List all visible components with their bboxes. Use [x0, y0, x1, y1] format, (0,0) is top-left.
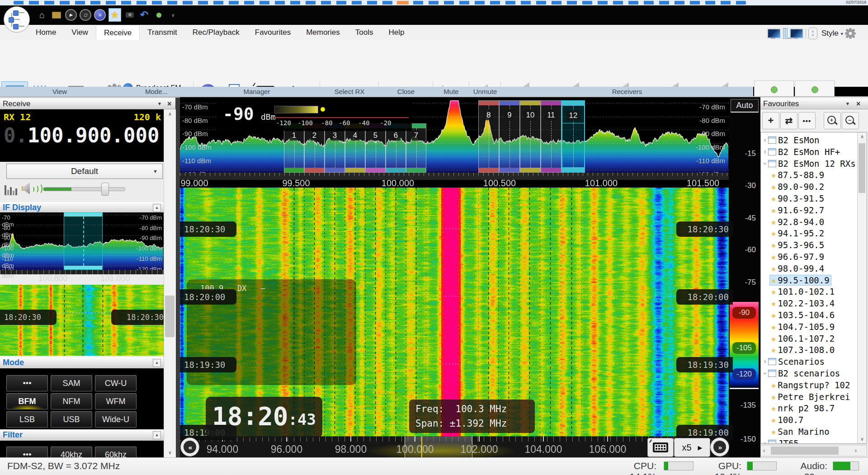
band-keyboard-button[interactable] [647, 438, 674, 457]
open-folder-icon[interactable] [51, 9, 62, 21]
layout-dual-selected[interactable] [783, 28, 788, 39]
favourite-star-icon[interactable]: ★ [108, 8, 121, 22]
filter-collapse-button[interactable]: ▲ [153, 431, 161, 439]
favourite-item-96-6-97-9[interactable]: ★96.6-97.9 [762, 251, 859, 263]
fav-scroll-left-icon[interactable]: ‹ [763, 447, 765, 454]
mode-button-bfm[interactable]: BFM [6, 393, 48, 409]
favourite-item-san-marino[interactable]: ★San Marino [762, 426, 859, 437]
favourites-zoom-in-button[interactable]: + [824, 112, 841, 129]
layout-triple-icon[interactable] [790, 28, 803, 38]
mode-header[interactable]: Mode ▲ [0, 357, 164, 368]
rx-marker-12[interactable]: 12 [561, 100, 585, 173]
favourite-item-91-6-92-7[interactable]: ★91.6-92.7 [762, 204, 859, 216]
receive-panel-scrollbar[interactable]: ∧ ∨ [164, 109, 176, 457]
rx-marker-8[interactable]: 8 [478, 100, 499, 173]
panel-splitter[interactable] [175, 98, 180, 457]
layout-single-icon[interactable] [767, 28, 781, 38]
favourite-group-b2-esmon[interactable]: ›B2 EsMon [762, 134, 859, 146]
speaker-icon[interactable] [22, 183, 37, 194]
filter-header[interactable]: Filter ▲ [0, 429, 164, 441]
favourite-item-104-7-105-9[interactable]: ★104.7-105.9 [762, 321, 859, 333]
mode-button-cw-u[interactable]: CW-U [95, 375, 137, 391]
tree-expander-icon[interactable]: › [762, 357, 768, 366]
favourites-zoom-out-button[interactable]: − [842, 112, 859, 129]
scroll-up-icon[interactable]: ∧ [164, 111, 176, 117]
mode-button-wide-u[interactable]: Wide-U [95, 411, 137, 428]
mode-button-usb[interactable]: USB [51, 411, 92, 428]
fav-vscroll-thumb[interactable] [859, 143, 865, 193]
fav-scroll-down-icon[interactable]: ∨ [858, 436, 867, 442]
signal-meter-icon[interactable] [5, 183, 18, 195]
tree-expander-icon[interactable]: › [762, 136, 768, 144]
scroll-band-right-button[interactable]: » [710, 437, 729, 456]
favourite-item-103-5-104-6[interactable]: ★103.5-104.6 [762, 309, 859, 321]
tab-rec-playback[interactable]: Rec/Playback [185, 25, 247, 40]
zoom-step-icon[interactable]: ▶ [698, 444, 703, 451]
customize-icon[interactable]: ∨ [167, 9, 179, 21]
style-dropdown-icon[interactable]: ▾ [841, 31, 843, 36]
settings-gear-icon[interactable] [845, 28, 855, 38]
tab-receive[interactable]: Receive [96, 25, 140, 41]
scroll-thumb[interactable] [165, 296, 175, 337]
add-icon[interactable]: + [94, 9, 106, 21]
favourite-item-102-2-103-4[interactable]: ★102.2-103.4 [762, 297, 859, 309]
style-label[interactable]: Style [821, 29, 839, 38]
fav-scroll-up-icon[interactable]: ∧ [858, 134, 867, 140]
favourite-item-107-3-108-0[interactable]: ★107.3-108.0 [762, 344, 859, 356]
favourite-group-scenarios[interactable]: ›Scenarios [762, 356, 859, 367]
home-icon[interactable]: ⌂ [36, 9, 48, 21]
if-display-header[interactable]: IF Display ▲ [0, 202, 164, 213]
tab-help[interactable]: Help [381, 25, 412, 40]
mode-button-wfm[interactable]: WFM [95, 393, 137, 409]
favourite-group-jt65[interactable]: ›JT65 [762, 437, 859, 444]
favourite-item-rangstrup-102[interactable]: ★Rangstrup? 102 [762, 379, 859, 391]
fav-scroll-right-icon[interactable]: › [855, 447, 857, 454]
status-dot-icon[interactable] [153, 9, 165, 21]
favourites-close-icon[interactable]: × [856, 99, 860, 109]
frequency-display[interactable]: RX 12 120 k 0.100.900.000 [0, 109, 164, 162]
favourite-item-87-5-88-9[interactable]: ★87.5-88.9 [762, 169, 859, 181]
app-logo[interactable] [4, 6, 30, 33]
tab-view[interactable]: View [64, 25, 96, 40]
mode-collapse-button[interactable]: ▲ [153, 359, 161, 367]
favourite-group-b2-esmon-12-rxs[interactable]: ›B2 EsMon 12 RXs [762, 158, 859, 169]
receive-panel-header[interactable]: Receive ▼ × [0, 99, 175, 109]
favourites-add-button[interactable]: + [762, 112, 779, 129]
zoom-factor-button[interactable]: x5 ▶ [674, 438, 710, 457]
play-icon[interactable]: ▶ [65, 9, 77, 21]
favourite-item-101-0-102-1[interactable]: ★101.0-102.1 [762, 286, 859, 297]
favourite-item-94-1-95-2[interactable]: ★94.1-95.2 [762, 227, 859, 239]
tree-expander-icon[interactable]: › [762, 148, 768, 156]
taskbar-buttons[interactable] [14, 1, 746, 5]
fav-hscroll-thumb[interactable] [771, 447, 839, 455]
mode-button-[interactable]: ••• [6, 375, 48, 391]
if-passband-selection[interactable] [64, 212, 103, 270]
mode-button-nfm[interactable]: NFM [51, 393, 92, 409]
rx-marker-9[interactable]: 9 [499, 100, 520, 173]
favourite-item-92-8-94-0[interactable]: ★92.8-94.0 [762, 216, 859, 228]
if-display-collapse-button[interactable]: ▲ [153, 204, 161, 212]
favourite-item-90-3-91-5[interactable]: ★90.3-91.5 [762, 193, 859, 204]
rx-marker-11[interactable]: 11 [541, 100, 561, 173]
receive-panel-collapse-icon[interactable]: ▼ [157, 99, 162, 109]
rx-marker-10[interactable]: 10 [520, 100, 541, 173]
record-icon[interactable]: ◻ [80, 9, 91, 21]
scroll-band-left-button[interactable]: « [180, 437, 199, 456]
tab-favourites[interactable]: Favourites [247, 25, 298, 40]
tab-home[interactable]: Home [28, 25, 64, 40]
tab-memories[interactable]: Memories [298, 25, 348, 40]
favourite-group-b2-esmon-hf[interactable]: ›B2 EsMon HF+ [762, 146, 859, 158]
undo-icon[interactable]: ↶ [138, 9, 150, 21]
mode-button-sam[interactable]: SAM [51, 375, 92, 391]
favourites-collapse-icon[interactable]: ▼ [845, 99, 850, 109]
palette-auto-button[interactable]: Auto [731, 99, 759, 113]
favourites-more-button[interactable]: ••• [798, 112, 816, 129]
favourite-item-95-3-96-5[interactable]: ★95.3-96.5 [762, 239, 859, 251]
favourites-vscrollbar[interactable]: ∧ ∨ [857, 132, 867, 443]
favourites-refresh-button[interactable]: ⇄ [780, 112, 797, 129]
favourite-item-petre-bjerkrei[interactable]: ★Petre Bjerkrei [762, 391, 859, 403]
scroll-down-icon[interactable]: ∨ [164, 450, 176, 456]
spin-control[interactable]: ∧∨ [808, 28, 817, 39]
mode-button-lsb[interactable]: LSB [6, 411, 48, 428]
favourite-item-99-5-100-9[interactable]: ★99.5-100.9 [762, 274, 859, 286]
